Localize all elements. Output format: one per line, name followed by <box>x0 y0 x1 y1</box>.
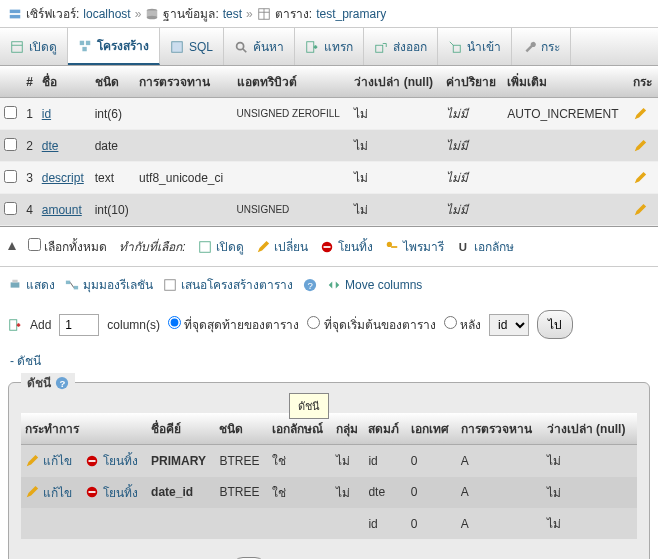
edit-index[interactable]: แก้ไข <box>25 451 72 470</box>
edit-index[interactable]: แก้ไข <box>25 483 72 502</box>
tab-operations[interactable]: กระ <box>512 28 571 65</box>
go-button[interactable]: ไป <box>537 310 573 339</box>
column-name-link[interactable]: dte <box>42 139 59 153</box>
check-all[interactable]: เลือกทั้งหมด <box>28 237 107 256</box>
svg-rect-39 <box>88 491 95 493</box>
panel-legend: ดัชนี ? <box>21 373 75 392</box>
export-icon <box>374 40 388 54</box>
server-icon <box>8 7 22 21</box>
action-change[interactable]: เปลี่ยน <box>256 237 308 256</box>
svg-rect-13 <box>172 41 183 52</box>
table-label: ตาราง: <box>275 4 312 23</box>
add-count-input[interactable] <box>59 314 99 336</box>
drop-index[interactable]: โยนทิ้ง <box>85 451 138 470</box>
search-icon <box>234 40 248 54</box>
propose-icon <box>163 278 177 292</box>
tab-bar: เปิดดู โครงสร้าง SQL ค้นหา แทรก ส่งออก น… <box>0 28 658 66</box>
row-check[interactable] <box>4 202 17 215</box>
action-unique[interactable]: Uเอกลักษ <box>456 237 514 256</box>
relation-view[interactable]: มุมมองรีเลชัน <box>65 275 153 294</box>
svg-rect-18 <box>453 45 460 52</box>
action-drop[interactable]: โยนทิ้ง <box>320 237 373 256</box>
svg-rect-28 <box>74 285 78 289</box>
row-actions: เลือกทั้งหมด ทำกับที่เลือก: เปิดดู เปลี่… <box>0 226 658 267</box>
pencil-icon[interactable] <box>633 107 647 121</box>
col-check <box>0 66 22 98</box>
pencil-icon <box>25 454 39 468</box>
pencil-icon <box>25 485 39 499</box>
svg-rect-37 <box>88 460 95 462</box>
svg-rect-27 <box>66 280 70 284</box>
table-row: 3 descript text utf8_unicode_ci ไม่ ไม่ม… <box>0 162 658 194</box>
db-label: ฐานข้อมูล: <box>163 4 218 23</box>
index-heading: - ดัชนี <box>0 347 658 374</box>
tab-structure[interactable]: โครงสร้าง <box>68 28 160 65</box>
insert-icon <box>305 40 319 54</box>
after-select[interactable]: id <box>489 314 529 336</box>
pencil-icon[interactable] <box>633 171 647 185</box>
index-row: แก้ไขโยนทิ้งdate_idBTREEใช่ไม่dte0Aไม่ <box>21 477 637 509</box>
idx-packed: กลุ่ม <box>332 413 365 445</box>
svg-rect-25 <box>11 282 20 287</box>
svg-text:?: ? <box>59 377 65 388</box>
radio-atend[interactable]: ที่จุดสุดท้ายของตาราง <box>168 315 299 334</box>
print-view[interactable]: แสดง <box>8 275 55 294</box>
svg-rect-10 <box>80 40 84 44</box>
table-icon <box>257 7 271 21</box>
svg-text:U: U <box>458 241 466 253</box>
index-row: แก้ไขโยนทิ้งPRIMARYBTREEใช่ไม่id0Aไม่ <box>21 445 637 477</box>
index-table: กระทำการ ชื่อคีย์ ชนิด เอกลักษณ์ กลุ่ม ส… <box>21 413 637 539</box>
propose-structure[interactable]: เสนอโครงสร้างตาราง <box>163 275 293 294</box>
svg-text:?: ? <box>307 279 312 290</box>
row-check[interactable] <box>4 138 17 151</box>
svg-rect-8 <box>12 41 23 52</box>
radio-atbegin[interactable]: ที่จุดเริ่มต้นของตาราง <box>307 315 435 334</box>
col-extra: เพิ่มเติม <box>503 66 629 98</box>
col-null: ว่างเปล่า (null) <box>350 66 442 98</box>
tab-sql[interactable]: SQL <box>160 28 224 65</box>
svg-rect-33 <box>10 319 17 330</box>
columns-label: column(s) <box>107 318 160 332</box>
browse-icon <box>10 40 24 54</box>
help-icon[interactable]: ? <box>303 278 317 292</box>
tab-browse[interactable]: เปิดดู <box>0 28 68 65</box>
tab-import[interactable]: นำเข้า <box>438 28 512 65</box>
move-columns[interactable]: Move columns <box>327 278 422 292</box>
with-selected-label: ทำกับที่เลือก: <box>119 237 185 256</box>
sql-icon <box>170 40 184 54</box>
key-icon <box>385 240 399 254</box>
svg-rect-19 <box>199 241 210 252</box>
pencil-icon[interactable] <box>633 203 647 217</box>
database-icon <box>145 7 159 21</box>
table-link[interactable]: test_pramary <box>316 7 386 21</box>
add-icon <box>8 318 22 332</box>
column-name-link[interactable]: amount <box>42 203 82 217</box>
index-panel: ดัชนี ? ดัชนี กระทำการ ชื่อคีย์ ชนิด เอก… <box>8 382 650 559</box>
separator: » <box>246 7 253 21</box>
pencil-icon[interactable] <box>633 139 647 153</box>
action-primary[interactable]: ไพรมารี <box>385 237 444 256</box>
tab-export[interactable]: ส่งออก <box>364 28 438 65</box>
tab-search[interactable]: ค้นหา <box>224 28 295 65</box>
pencil-icon <box>256 240 270 254</box>
idx-action: กระทำการ <box>21 413 147 445</box>
db-link[interactable]: test <box>223 7 242 21</box>
svg-rect-0 <box>10 9 21 13</box>
structure-icon <box>78 39 92 53</box>
row-check[interactable] <box>4 106 17 119</box>
column-name-link[interactable]: descript <box>42 171 84 185</box>
row-check[interactable] <box>4 170 17 183</box>
table-row: 2 dte date ไม่ ไม่มี <box>0 130 658 162</box>
column-name-link[interactable]: id <box>42 107 51 121</box>
server-link[interactable]: localhost <box>83 7 130 21</box>
svg-rect-23 <box>391 246 397 248</box>
radio-after[interactable]: หลัง <box>444 315 481 334</box>
drop-icon <box>320 240 334 254</box>
action-browse[interactable]: เปิดดู <box>198 237 244 256</box>
move-icon <box>327 278 341 292</box>
drop-index[interactable]: โยนทิ้ง <box>85 483 138 502</box>
svg-line-29 <box>70 282 74 287</box>
help-icon[interactable]: ? <box>55 376 69 390</box>
check-all-box[interactable] <box>28 238 41 251</box>
tab-insert[interactable]: แทรก <box>295 28 364 65</box>
